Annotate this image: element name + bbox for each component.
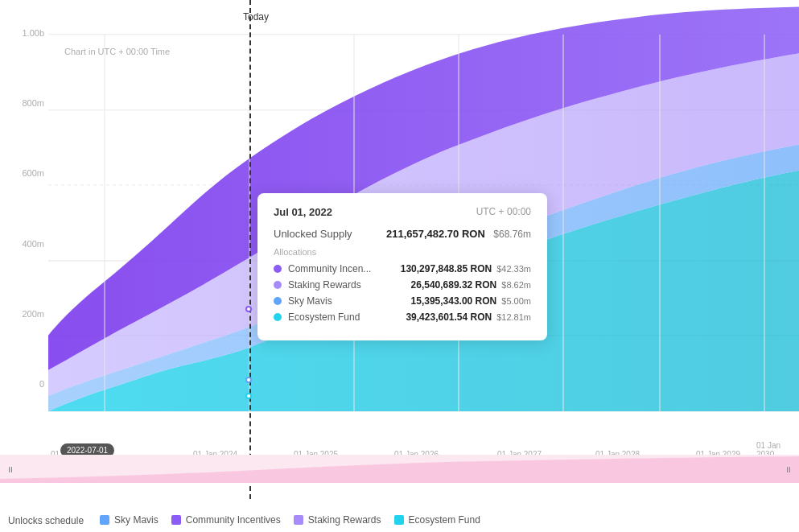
legend-schedule: Unlocks schedule (8, 515, 84, 526)
tooltip-dot-2 (274, 297, 282, 305)
tooltip-dot-0 (274, 265, 282, 273)
tooltip-allocations-label: Allocations (274, 247, 531, 257)
tooltip-timezone: UTC + 00:00 (476, 206, 531, 218)
tooltip-row: Staking Rewards 26,540,689.32 RON $8.62m (274, 279, 531, 291)
tooltip-row-name-3: Ecosystem Fund (288, 311, 360, 323)
tooltip-usd-0: $42.33m (496, 264, 531, 274)
tooltip-row-name-2: Sky Mavis (288, 295, 332, 307)
chart-container: 1.00b 800m 600m 400m 200m 0 Chart in UTC… (0, 0, 799, 499)
mini-pause-left[interactable]: ⏸ (6, 464, 14, 473)
mini-pause-right[interactable]: ⏸ (785, 464, 793, 473)
y-label-200m: 200m (22, 309, 44, 319)
legend-color-3 (394, 515, 404, 525)
legend: Unlocks schedule Sky Mavis Community Inc… (0, 511, 799, 530)
tooltip-usd-1: $8.62m (501, 280, 531, 290)
data-point-blue (245, 377, 252, 383)
legend-color-0 (100, 515, 109, 525)
legend-items-container: Sky Mavis Community Incentives Staking R… (100, 514, 493, 527)
legend-name-2: Staking Rewards (308, 514, 381, 526)
data-point-cyan (245, 393, 252, 399)
mini-chart-svg (0, 455, 799, 483)
legend-item-1: Community Incentives (171, 514, 281, 526)
tooltip-ron-0: 130,297,848.85 RON (401, 263, 492, 274)
today-line (249, 0, 251, 499)
tooltip-header: Jul 01, 2022 UTC + 00:00 (274, 206, 531, 218)
tooltip-row-name-1: Staking Rewards (288, 279, 361, 291)
tooltip-row: Sky Mavis 15,395,343.00 RON $5.00m (274, 295, 531, 307)
tooltip-row: Ecosystem Fund 39,423,601.54 RON $12.81m (274, 311, 531, 323)
legend-schedule-label: Unlocks schedule (8, 515, 84, 526)
tooltip-usd-3: $12.81m (496, 312, 531, 322)
legend-item-3: Ecosystem Fund (394, 514, 480, 526)
tooltip-usd-2: $5.00m (501, 296, 531, 306)
tooltip-row-name-0: Community Incen... (288, 263, 371, 274)
legend-item-2: Staking Rewards (294, 514, 381, 526)
tooltip-dot-3 (274, 313, 282, 321)
legend-name-3: Ecosystem Fund (409, 514, 480, 526)
legend-name-0: Sky Mavis (114, 514, 159, 526)
chart-subtitle: Chart in UTC + 00:00 Time (64, 47, 170, 56)
tooltip-ron-1: 26,540,689.32 RON (411, 279, 497, 291)
y-label-600m: 600m (22, 168, 44, 178)
tooltip-ron-3: 39,423,601.54 RON (406, 311, 492, 323)
legend-name-1: Community Incentives (186, 514, 281, 526)
mini-chart[interactable]: ⏸ ⏸ (0, 455, 799, 483)
tooltip-supply-ron: 211,657,482.70 RON (386, 228, 485, 240)
tooltip-dot-1 (274, 281, 282, 289)
tooltip-supply-usd: $68.76m (493, 229, 531, 240)
y-label-400m: 400m (22, 239, 44, 249)
y-label-1b: 1.00b (22, 28, 44, 38)
tooltip-supply-row: Unlocked Supply 211,657,482.70 RON $68.7… (274, 226, 531, 241)
legend-color-2 (294, 515, 303, 525)
legend-color-1 (171, 515, 181, 525)
tooltip: Jul 01, 2022 UTC + 00:00 Unlocked Supply… (257, 193, 547, 340)
tooltip-ron-2: 15,395,343.00 RON (411, 295, 497, 307)
tooltip-supply-label: Unlocked Supply (274, 228, 352, 240)
tooltip-row: Community Incen... 130,297,848.85 RON $4… (274, 263, 531, 274)
tooltip-date: Jul 01, 2022 (274, 206, 332, 218)
tooltip-rows-container: Community Incen... 130,297,848.85 RON $4… (274, 263, 531, 323)
legend-item-0: Sky Mavis (100, 514, 159, 526)
y-label-0: 0 (39, 379, 44, 389)
data-point-purple (245, 306, 252, 312)
y-label-800m: 800m (22, 98, 44, 108)
today-label: Today (243, 11, 269, 23)
